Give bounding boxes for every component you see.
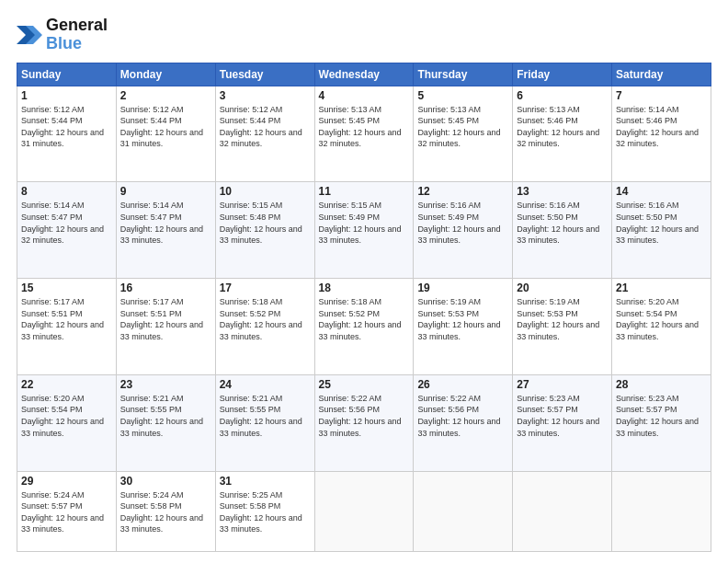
table-row: 11 Sunrise: 5:15 AM Sunset: 5:49 PM Dayl… xyxy=(314,182,414,279)
day-number: 13 xyxy=(517,185,608,198)
col-tuesday: Tuesday xyxy=(215,63,314,86)
table-row: 21 Sunrise: 5:20 AM Sunset: 5:54 PM Dayl… xyxy=(612,279,711,375)
calendar-week-4: 22 Sunrise: 5:20 AM Sunset: 5:54 PM Dayl… xyxy=(17,374,711,471)
table-row: 27 Sunrise: 5:23 AM Sunset: 5:57 PM Dayl… xyxy=(513,374,612,471)
calendar: Sunday Monday Tuesday Wednesday Thursday… xyxy=(17,63,711,552)
day-number: 25 xyxy=(319,378,410,391)
table-row: 1 Sunrise: 5:12 AM Sunset: 5:44 PM Dayli… xyxy=(17,86,117,182)
day-info: Sunrise: 5:23 AM Sunset: 5:57 PM Dayligh… xyxy=(616,393,707,439)
day-number: 20 xyxy=(517,282,608,294)
calendar-week-1: 1 Sunrise: 5:12 AM Sunset: 5:44 PM Dayli… xyxy=(17,86,711,182)
day-number: 14 xyxy=(616,185,707,198)
table-row: 13 Sunrise: 5:16 AM Sunset: 5:50 PM Dayl… xyxy=(513,182,612,279)
day-number: 9 xyxy=(120,185,211,198)
day-info: Sunrise: 5:24 AM Sunset: 5:57 PM Dayligh… xyxy=(21,489,112,535)
day-number: 17 xyxy=(220,282,311,294)
logo-icon xyxy=(17,22,42,48)
table-row: 6 Sunrise: 5:13 AM Sunset: 5:46 PM Dayli… xyxy=(513,86,612,182)
day-info: Sunrise: 5:13 AM Sunset: 5:45 PM Dayligh… xyxy=(417,104,508,150)
day-number: 26 xyxy=(417,378,508,391)
table-row: 15 Sunrise: 5:17 AM Sunset: 5:51 PM Dayl… xyxy=(17,279,117,375)
table-row: 8 Sunrise: 5:14 AM Sunset: 5:47 PM Dayli… xyxy=(17,182,117,279)
table-row xyxy=(414,471,513,551)
day-info: Sunrise: 5:18 AM Sunset: 5:52 PM Dayligh… xyxy=(220,296,311,342)
calendar-week-5: 29 Sunrise: 5:24 AM Sunset: 5:57 PM Dayl… xyxy=(17,471,711,551)
day-number: 2 xyxy=(120,89,211,102)
day-info: Sunrise: 5:15 AM Sunset: 5:49 PM Dayligh… xyxy=(319,200,410,246)
day-number: 6 xyxy=(517,89,608,102)
day-number: 10 xyxy=(220,185,311,198)
day-info: Sunrise: 5:20 AM Sunset: 5:54 PM Dayligh… xyxy=(21,393,112,439)
table-row xyxy=(513,471,612,551)
day-info: Sunrise: 5:21 AM Sunset: 5:55 PM Dayligh… xyxy=(120,393,211,439)
table-row: 12 Sunrise: 5:16 AM Sunset: 5:49 PM Dayl… xyxy=(414,182,513,279)
day-number: 3 xyxy=(220,89,311,102)
day-number: 16 xyxy=(120,282,211,294)
day-number: 18 xyxy=(319,282,410,294)
calendar-week-2: 8 Sunrise: 5:14 AM Sunset: 5:47 PM Dayli… xyxy=(17,182,711,279)
table-row: 17 Sunrise: 5:18 AM Sunset: 5:52 PM Dayl… xyxy=(215,279,314,375)
table-row xyxy=(612,471,711,551)
day-info: Sunrise: 5:12 AM Sunset: 5:44 PM Dayligh… xyxy=(120,104,211,150)
table-row: 31 Sunrise: 5:25 AM Sunset: 5:58 PM Dayl… xyxy=(215,471,314,551)
col-sunday: Sunday xyxy=(17,63,117,86)
table-row: 28 Sunrise: 5:23 AM Sunset: 5:57 PM Dayl… xyxy=(612,374,711,471)
col-friday: Friday xyxy=(513,63,612,86)
day-number: 19 xyxy=(417,282,508,294)
table-row: 5 Sunrise: 5:13 AM Sunset: 5:45 PM Dayli… xyxy=(414,86,513,182)
table-row: 9 Sunrise: 5:14 AM Sunset: 5:47 PM Dayli… xyxy=(116,182,215,279)
day-info: Sunrise: 5:14 AM Sunset: 5:47 PM Dayligh… xyxy=(21,200,112,246)
day-info: Sunrise: 5:17 AM Sunset: 5:51 PM Dayligh… xyxy=(120,296,211,342)
table-row: 16 Sunrise: 5:17 AM Sunset: 5:51 PM Dayl… xyxy=(116,279,215,375)
table-row: 10 Sunrise: 5:15 AM Sunset: 5:48 PM Dayl… xyxy=(215,182,314,279)
day-number: 29 xyxy=(21,475,112,488)
day-info: Sunrise: 5:12 AM Sunset: 5:44 PM Dayligh… xyxy=(21,104,112,150)
day-info: Sunrise: 5:13 AM Sunset: 5:46 PM Dayligh… xyxy=(517,104,608,150)
page: General Blue Sunday Monday Tuesday Wedne… xyxy=(0,0,728,563)
day-info: Sunrise: 5:22 AM Sunset: 5:56 PM Dayligh… xyxy=(319,393,410,439)
table-row: 20 Sunrise: 5:19 AM Sunset: 5:53 PM Dayl… xyxy=(513,279,612,375)
table-row: 4 Sunrise: 5:13 AM Sunset: 5:45 PM Dayli… xyxy=(314,86,414,182)
day-info: Sunrise: 5:23 AM Sunset: 5:57 PM Dayligh… xyxy=(517,393,608,439)
day-info: Sunrise: 5:21 AM Sunset: 5:55 PM Dayligh… xyxy=(220,393,311,439)
col-thursday: Thursday xyxy=(414,63,513,86)
day-number: 28 xyxy=(616,378,707,391)
col-saturday: Saturday xyxy=(612,63,711,86)
day-info: Sunrise: 5:19 AM Sunset: 5:53 PM Dayligh… xyxy=(417,296,508,342)
day-number: 15 xyxy=(21,282,112,294)
day-number: 31 xyxy=(220,475,311,488)
day-number: 27 xyxy=(517,378,608,391)
day-info: Sunrise: 5:17 AM Sunset: 5:51 PM Dayligh… xyxy=(21,296,112,342)
header: General Blue xyxy=(17,17,711,53)
day-number: 12 xyxy=(417,185,508,198)
day-number: 4 xyxy=(319,89,410,102)
day-info: Sunrise: 5:16 AM Sunset: 5:49 PM Dayligh… xyxy=(417,200,508,246)
logo-text: General Blue xyxy=(46,17,108,53)
day-number: 7 xyxy=(616,89,707,102)
day-header-row: Sunday Monday Tuesday Wednesday Thursday… xyxy=(17,63,711,86)
day-info: Sunrise: 5:18 AM Sunset: 5:52 PM Dayligh… xyxy=(319,296,410,342)
table-row xyxy=(314,471,414,551)
day-number: 21 xyxy=(616,282,707,294)
day-info: Sunrise: 5:20 AM Sunset: 5:54 PM Dayligh… xyxy=(616,296,707,342)
table-row: 2 Sunrise: 5:12 AM Sunset: 5:44 PM Dayli… xyxy=(116,86,215,182)
day-number: 30 xyxy=(120,475,211,488)
table-row: 18 Sunrise: 5:18 AM Sunset: 5:52 PM Dayl… xyxy=(314,279,414,375)
day-info: Sunrise: 5:12 AM Sunset: 5:44 PM Dayligh… xyxy=(220,104,311,150)
table-row: 24 Sunrise: 5:21 AM Sunset: 5:55 PM Dayl… xyxy=(215,374,314,471)
table-row: 3 Sunrise: 5:12 AM Sunset: 5:44 PM Dayli… xyxy=(215,86,314,182)
table-row: 23 Sunrise: 5:21 AM Sunset: 5:55 PM Dayl… xyxy=(116,374,215,471)
day-info: Sunrise: 5:24 AM Sunset: 5:58 PM Dayligh… xyxy=(120,489,211,535)
day-info: Sunrise: 5:22 AM Sunset: 5:56 PM Dayligh… xyxy=(417,393,508,439)
day-info: Sunrise: 5:15 AM Sunset: 5:48 PM Dayligh… xyxy=(220,200,311,246)
day-number: 1 xyxy=(21,89,112,102)
day-info: Sunrise: 5:16 AM Sunset: 5:50 PM Dayligh… xyxy=(517,200,608,246)
table-row: 30 Sunrise: 5:24 AM Sunset: 5:58 PM Dayl… xyxy=(116,471,215,551)
col-monday: Monday xyxy=(116,63,215,86)
table-row: 26 Sunrise: 5:22 AM Sunset: 5:56 PM Dayl… xyxy=(414,374,513,471)
day-info: Sunrise: 5:16 AM Sunset: 5:50 PM Dayligh… xyxy=(616,200,707,246)
table-row: 22 Sunrise: 5:20 AM Sunset: 5:54 PM Dayl… xyxy=(17,374,117,471)
table-row: 25 Sunrise: 5:22 AM Sunset: 5:56 PM Dayl… xyxy=(314,374,414,471)
day-number: 22 xyxy=(21,378,112,391)
day-number: 24 xyxy=(220,378,311,391)
